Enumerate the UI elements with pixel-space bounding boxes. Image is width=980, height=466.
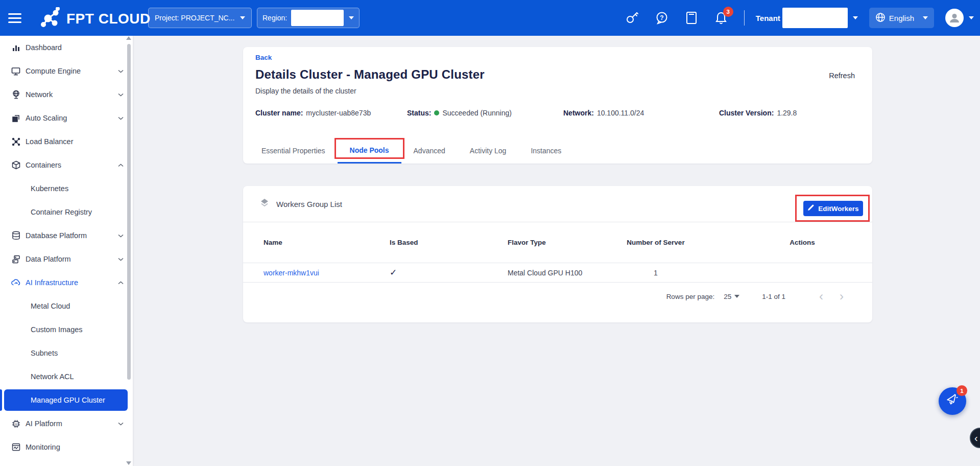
announcements-fab[interactable]: 1	[939, 387, 966, 415]
bar-chart-icon	[11, 43, 20, 52]
language-selector[interactable]: English	[869, 8, 934, 28]
ai-cloud-icon	[11, 278, 20, 287]
chevron-down-icon	[349, 16, 354, 19]
monitoring-chart-icon	[11, 443, 20, 451]
megaphone-icon	[945, 393, 960, 409]
previous-page-icon[interactable]: ‹	[811, 290, 831, 302]
sidebar-scroll-up-icon[interactable]	[126, 36, 131, 40]
sidebar-item-network[interactable]: Network	[0, 83, 133, 106]
region-selector[interactable]: Region:	[257, 8, 360, 28]
rows-per-page-select[interactable]: 25	[724, 293, 739, 300]
workers-group-card: Workers Group List EditWorkers Name Is B…	[243, 186, 872, 322]
checkmark-icon: ✓	[390, 268, 397, 277]
tenant-value-redacted[interactable]	[782, 8, 848, 28]
sidebar-item-compute-engine[interactable]: Compute Engine	[0, 59, 133, 83]
chevron-down-icon	[118, 69, 124, 73]
edit-workers-button[interactable]: EditWorkers	[803, 201, 863, 216]
sidebar-item-monitoring[interactable]: Monitoring	[0, 435, 133, 459]
refresh-button[interactable]: Refresh	[829, 72, 855, 80]
sidebar-item-database-platform[interactable]: Database Platform	[0, 224, 133, 247]
sidebar-item-load-balancer[interactable]: Load Balancer	[0, 130, 133, 153]
topbar-right-cluster: ? 3 Tenant English	[610, 0, 974, 36]
sidebar-item-containers[interactable]: Containers	[0, 153, 133, 177]
cluster-name-info: Cluster name: mycluster-uab8e73b	[255, 109, 371, 117]
notifications-bell-icon[interactable]: 3	[713, 10, 729, 26]
chevron-down-icon	[240, 16, 245, 19]
user-avatar[interactable]	[945, 9, 964, 27]
table-header-row: Name Is Based Flavor Type Number of Serv…	[243, 222, 872, 263]
region-label: Region:	[262, 14, 287, 22]
project-selector[interactable]: Project: PROJECT_NC...	[148, 8, 252, 28]
announcement-count-badge: 1	[957, 385, 967, 396]
fpt-cloud-logo: FPT CLOUD	[40, 7, 151, 31]
chevron-down-icon	[118, 258, 124, 261]
database-icon	[11, 231, 20, 240]
chevron-down-icon[interactable]	[969, 16, 974, 19]
chevron-down-icon[interactable]	[853, 16, 858, 19]
sidebar-item-container-registry[interactable]: Container Registry	[0, 200, 133, 224]
cluster-network-info: Network: 10.100.11.0/24	[563, 109, 644, 117]
region-value-redacted	[291, 10, 344, 26]
chat-widget-handle[interactable]: ‹	[970, 428, 980, 448]
cluster-status-info: Status: Succeeded (Running)	[407, 109, 512, 117]
brand-name: FPT CLOUD	[66, 11, 151, 27]
table-pagination: Rows per page: 25 1-1 of 1 ‹ ›	[243, 283, 872, 310]
chevron-down-icon	[734, 295, 739, 298]
sidebar-item-ai-infrastructure[interactable]: AI Infrastructure	[0, 271, 133, 294]
chip-icon: AI	[11, 420, 20, 428]
col-header-is-based: Is Based	[390, 239, 508, 246]
back-link[interactable]: Back	[255, 54, 272, 61]
table-row: worker-mkhw1vui ✓ Metal Cloud GPU H100 1	[243, 263, 872, 283]
tab-essential-properties[interactable]: Essential Properties	[249, 138, 338, 164]
cluster-details-card: Back Details Cluster - Managed GPU Clust…	[243, 47, 872, 164]
page-title: Details Cluster - Managed GPU Cluster	[255, 67, 485, 82]
data-servers-icon	[11, 255, 20, 264]
auto-scaling-icon	[11, 114, 20, 123]
sidebar-item-metal-cloud[interactable]: Metal Cloud	[0, 294, 133, 318]
menu-icon[interactable]	[8, 11, 23, 25]
sidebar-scrollbar[interactable]	[127, 44, 131, 380]
col-header-number-of-server: Number of Server	[605, 239, 707, 246]
tab-advanced[interactable]: Advanced	[401, 138, 458, 164]
docs-book-icon[interactable]	[684, 10, 699, 26]
sidebar-item-managed-gpu-cluster[interactable]: Managed GPU Cluster	[0, 388, 133, 412]
api-key-icon[interactable]	[625, 10, 640, 26]
notification-count-badge: 3	[723, 7, 733, 17]
globe-network-icon	[11, 90, 20, 99]
fpt-molecule-icon	[40, 7, 62, 31]
flavor-type-cell: Metal Cloud GPU H100	[508, 269, 605, 277]
rows-per-page-label: Rows per page:	[666, 293, 715, 300]
sidebar-item-subnets[interactable]: Subnets	[0, 341, 133, 365]
pagination-range: 1-1 of 1	[762, 293, 785, 300]
tab-instances[interactable]: Instances	[518, 138, 573, 164]
sidebar-scroll-down-icon[interactable]	[126, 461, 131, 465]
project-selector-label: Project: PROJECT_NC...	[155, 14, 235, 22]
pencil-icon	[807, 204, 814, 213]
tab-activity-log[interactable]: Activity Log	[458, 138, 519, 164]
layers-icon	[259, 198, 270, 210]
details-tab-bar: Essential Properties Node Pools Advanced…	[249, 138, 872, 164]
svg-text:?: ?	[660, 14, 663, 21]
load-balancer-icon	[11, 137, 20, 146]
chevron-up-icon	[118, 164, 124, 167]
worker-name-link[interactable]: worker-mkhw1vui	[264, 269, 319, 277]
chevron-up-icon	[118, 281, 124, 285]
sidebar-item-network-acl[interactable]: Network ACL	[0, 365, 133, 388]
sidebar-item-dashboard[interactable]: Dashboard	[0, 36, 133, 59]
workers-group-header: Workers Group List EditWorkers	[243, 186, 872, 222]
sidebar-item-ai-platform[interactable]: AI AI Platform	[0, 412, 133, 435]
top-navbar: FPT CLOUD Project: PROJECT_NC... Region:…	[0, 0, 980, 36]
status-green-dot	[434, 110, 439, 115]
chevron-down-icon	[118, 234, 124, 238]
sidebar-item-kubernetes[interactable]: Kubernetes	[0, 177, 133, 200]
sidebar-item-custom-images[interactable]: Custom Images	[0, 318, 133, 341]
tab-node-pools[interactable]: Node Pools	[338, 138, 401, 164]
package-box-icon	[11, 160, 20, 170]
sidebar-nav: Dashboard Compute Engine Network Auto Sc…	[0, 36, 133, 466]
sidebar-item-data-platform[interactable]: Data Platform	[0, 247, 133, 271]
col-header-flavor-type: Flavor Type	[508, 239, 605, 246]
help-chat-icon[interactable]: ?	[654, 10, 670, 26]
next-page-icon[interactable]: ›	[831, 290, 852, 302]
sidebar-item-auto-scaling[interactable]: Auto Scaling	[0, 106, 133, 130]
chevron-down-icon	[118, 93, 124, 97]
